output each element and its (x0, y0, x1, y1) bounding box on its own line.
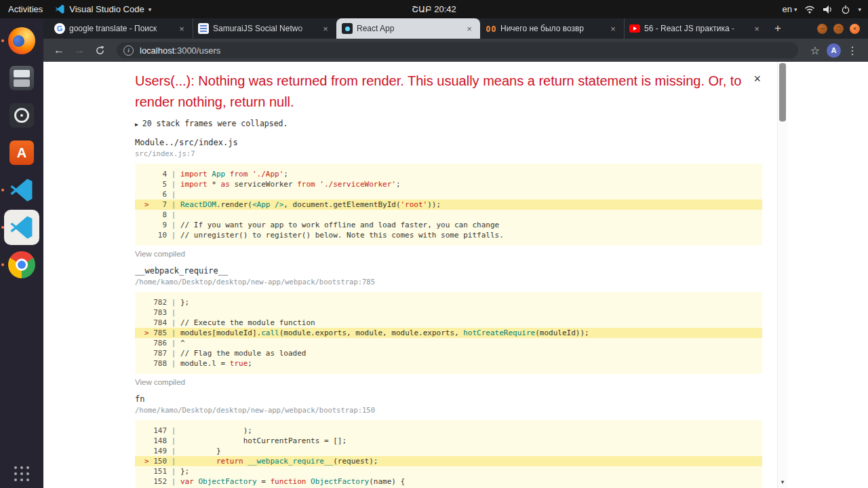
window-controls: −□× (817, 18, 860, 39)
volume-icon (823, 5, 833, 14)
tab-close-icon[interactable]: × (176, 24, 187, 34)
desktop: Activities Visual Studio Code ▾ ՇԱԲ 20:4… (0, 0, 868, 488)
ubuntu-software-icon: A (9, 140, 34, 165)
dock-item-media-player[interactable] (4, 98, 39, 133)
code-snippet: 147 | ); 148 | hotCurrentParents = []; 1… (135, 420, 762, 488)
dock-item-file-manager[interactable] (4, 60, 39, 96)
error-overlay: Users(...): Nothing was returned from re… (135, 62, 762, 488)
dock-item-vscode[interactable] (4, 172, 39, 208)
new-tab-button[interactable]: + (768, 18, 788, 39)
tab-2[interactable]: SamuraiJS Social Netwo× (193, 18, 336, 39)
media-player-icon (9, 103, 34, 128)
code-line: 4 | import App from './App'; (135, 169, 762, 179)
dock-item-chrome[interactable] (4, 247, 39, 282)
code-line: 151 | }; (135, 466, 762, 476)
orange-dots-favicon-icon (486, 23, 496, 34)
dock-item-firefox[interactable] (4, 23, 39, 58)
page-info-icon[interactable]: i (123, 45, 134, 56)
frame-function-name: fn (135, 394, 762, 405)
maximize-button[interactable]: □ (833, 24, 844, 34)
stack-frame: __webpack_require__/home/kamo/Desktop/de… (135, 266, 762, 386)
dock-item-vscode-active[interactable] (4, 210, 39, 245)
chevron-down-icon: ▾ (794, 6, 797, 13)
frame-location: src/index.js:7 (135, 149, 762, 158)
focused-app-menu[interactable]: Visual Studio Code ▾ (55, 4, 151, 14)
power-icon (841, 5, 850, 14)
google-favicon-icon: G (54, 23, 65, 34)
url-host: localhost (140, 45, 174, 56)
keyboard-layout-indicator: en ▾ (782, 4, 797, 14)
tab-close-icon[interactable]: × (751, 24, 762, 34)
dock: A (0, 18, 43, 488)
code-line: 147 | ); (135, 426, 762, 436)
stack-frame: Module../src/index.jssrc/index.js:7 4 | … (135, 138, 762, 258)
code-snippet: 4 | import App from './App'; 5 | import … (135, 164, 762, 246)
clock[interactable]: ՇԱԲ 20:42 (412, 4, 456, 14)
dock-item-ubuntu-software[interactable]: A (4, 135, 39, 170)
code-line: 782 | }; (135, 297, 762, 307)
bookmark-star-icon[interactable]: ☆ (806, 41, 824, 59)
frame-function-name: Module../src/index.js (135, 138, 762, 148)
running-indicator (1, 189, 4, 191)
minimize-button[interactable]: − (817, 24, 827, 34)
tab-strip: Ggoogle translate - Поиск×SamuraiJS Soci… (43, 18, 868, 39)
collapsed-frames-toggle[interactable]: ▶20 stack frames were collapsed. (135, 119, 762, 130)
refresh-button[interactable] (91, 41, 108, 59)
code-line: 9 | // If you want your app to work offl… (135, 220, 762, 230)
chrome-icon (8, 251, 35, 278)
code-line: 6 | (135, 189, 762, 200)
stack-frame: fn/home/kamo/Desktop/desktop/new-app/web… (135, 394, 762, 488)
chevron-down-icon: ▾ (858, 6, 861, 13)
running-indicator (1, 226, 4, 229)
stack-frames: Module../src/index.jssrc/index.js:7 4 | … (135, 138, 762, 488)
close-button[interactable]: × (850, 24, 860, 34)
expand-arrow-icon: ▶ (135, 121, 138, 128)
code-line: > 7 | ReactDOM.render(<App />, document.… (135, 200, 762, 210)
tab-4[interactable]: Ничего не было возвр× (480, 18, 624, 39)
tab-title: 56 - React JS практика - (644, 24, 747, 33)
tab-5[interactable]: 56 - React JS практика -× (624, 18, 768, 39)
code-line: 788 | module.l = true; (135, 358, 762, 369)
code-line: 787 | // Flag the module as loaded (135, 348, 762, 358)
url-text: localhost:3000/users (140, 45, 220, 56)
running-indicator (1, 263, 4, 266)
address-bar[interactable]: i localhost:3000/users (117, 42, 798, 58)
tab-title: React App (357, 24, 460, 33)
vscode-icon (8, 214, 35, 241)
chevron-down-icon: ▾ (149, 6, 152, 13)
running-indicator (1, 39, 4, 42)
view-compiled-link[interactable]: View compiled (135, 250, 762, 258)
wifi-icon (804, 5, 815, 14)
tab-title: Ничего не было возвр (500, 24, 604, 33)
app-grid-button[interactable] (14, 466, 29, 481)
tab-title: google translate - Поиск (69, 24, 172, 33)
tab-1[interactable]: Ggoogle translate - Поиск× (49, 18, 193, 39)
frame-location: /home/kamo/Desktop/desktop/new-app/webpa… (135, 406, 762, 415)
code-line: 5 | import * as serviceWorker from './se… (135, 179, 762, 189)
system-tray[interactable]: en ▾ ▾ (782, 0, 861, 18)
browser-menu-icon[interactable]: ⋮ (844, 41, 861, 59)
code-line: 149 | } (135, 446, 762, 456)
tab-close-icon[interactable]: × (464, 24, 475, 34)
forward-button[interactable]: → (71, 41, 88, 59)
scrollbar-thumb[interactable] (779, 63, 786, 121)
code-line: 148 | hotCurrentParents = []; (135, 436, 762, 446)
url-path: :3000/users (174, 45, 220, 56)
tab-close-icon[interactable]: × (320, 24, 331, 34)
activities-button[interactable]: Activities (8, 4, 43, 14)
code-snippet: 782 | }; 783 | 784 | // Execute the modu… (135, 292, 762, 374)
code-line: 10 | // unregister() to register() below… (135, 230, 762, 240)
back-button[interactable]: ← (50, 41, 68, 59)
error-title: Users(...): Nothing was returned from re… (135, 71, 749, 113)
code-line: 8 | (135, 210, 762, 220)
frame-function-name: __webpack_require__ (135, 266, 762, 276)
code-line: > 150 | return __webpack_require__(reque… (135, 456, 762, 466)
scroll-down-icon[interactable]: ▼ (778, 478, 787, 487)
close-icon[interactable]: × (753, 72, 761, 86)
view-compiled-link[interactable]: View compiled (135, 378, 762, 386)
profile-avatar[interactable]: A (827, 43, 841, 58)
tab-close-icon[interactable]: × (608, 24, 618, 34)
tab-3[interactable]: React App× (336, 18, 480, 39)
page-content: Users(...): Nothing was returned from re… (43, 62, 868, 488)
scrollbar[interactable]: ▼ (777, 62, 787, 488)
